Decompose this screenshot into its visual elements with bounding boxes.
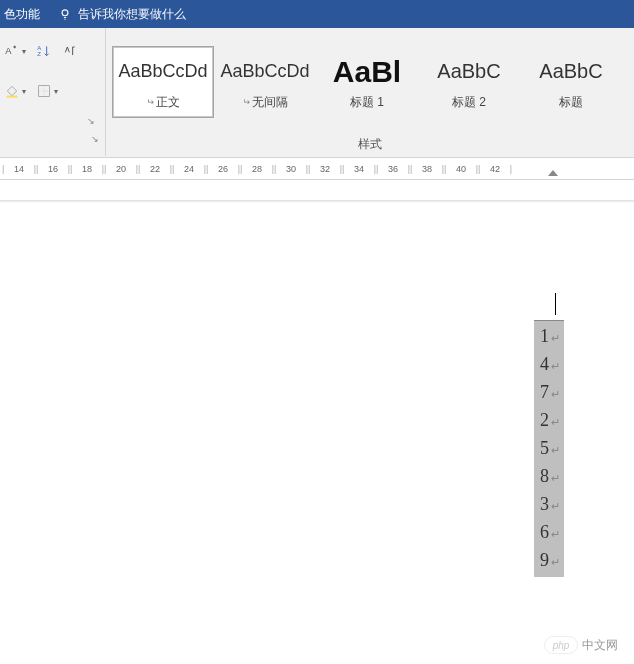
return-mark-icon: ↵: [551, 353, 560, 379]
styles-group-label: 样式: [106, 136, 634, 153]
style-preview: AaBbCcDd: [118, 54, 207, 90]
page-edge-shadow: [0, 200, 634, 203]
watermark-logo: php: [544, 636, 578, 654]
document-line[interactable]: 6↵: [540, 519, 560, 547]
document-line[interactable]: 4↵: [540, 351, 560, 379]
horizontal-ruler[interactable]: 141618202224262830323436384042: [0, 158, 634, 180]
ruler-mark: 40: [444, 164, 478, 174]
watermark: php 中文网: [544, 636, 618, 654]
chevron-down-icon: ▾: [22, 87, 26, 96]
return-mark-icon: ↵: [551, 325, 560, 351]
paragraph-tools: A ▾ AZ ▾ ▾ ↘: [0, 28, 106, 132]
paragraph-dialog-launcher[interactable]: ↘: [0, 116, 99, 130]
styles-gallery: AaBbCcDd↵正文AaBbCcDd↵无间隔AaBl标题 1AaBbC标题 2…: [106, 28, 634, 132]
watermark-text: 中文网: [582, 637, 618, 654]
ruler-mark: 14: [2, 164, 36, 174]
pilcrow-icon: ↵: [242, 97, 250, 107]
style-item-3[interactable]: AaBbC标题 2: [418, 46, 520, 118]
svg-text:A: A: [37, 45, 41, 51]
style-name: ↵无间隔: [242, 94, 288, 111]
sort-icon: AZ: [36, 43, 52, 59]
document-line[interactable]: 9↵: [540, 547, 560, 575]
ruler-mark: 24: [172, 164, 206, 174]
style-name: ↵正文: [146, 94, 180, 111]
ruler-mark: 26: [206, 164, 240, 174]
pilcrow-icon: ↵: [146, 97, 154, 107]
ruler-mark: 18: [70, 164, 104, 174]
chevron-down-icon: ▾: [54, 87, 58, 96]
ruler-mark: 34: [342, 164, 376, 174]
ruler-mark: 16: [36, 164, 70, 174]
document-line[interactable]: 8↵: [540, 463, 560, 491]
ribbon-tab-partial[interactable]: 色功能: [4, 6, 40, 23]
style-item-4[interactable]: AaBbC标题: [520, 46, 622, 118]
tell-me-placeholder: 告诉我你想要做什么: [78, 6, 186, 23]
shading-button[interactable]: ▾: [4, 83, 26, 99]
svg-rect-4: [7, 96, 18, 98]
paint-bucket-icon: [4, 83, 20, 99]
return-mark-icon: ↵: [551, 381, 560, 407]
ribbon: A ▾ AZ ▾ ▾ ↘: [0, 28, 634, 158]
style-preview: AaBbC: [437, 54, 500, 90]
style-preview: AaBbC: [539, 54, 602, 90]
ruler-mark: 36: [376, 164, 410, 174]
borders-icon: [36, 83, 52, 99]
document-line[interactable]: 7↵: [540, 379, 560, 407]
lightbulb-icon: [58, 7, 72, 21]
paragraph-dialog-launcher-2[interactable]: ↘: [0, 132, 106, 156]
return-mark-icon: ↵: [551, 521, 560, 547]
selected-text-block[interactable]: 1↵4↵7↵2↵5↵8↵3↵6↵9↵: [534, 320, 564, 577]
title-bar: 色功能 告诉我你想要做什么: [0, 0, 634, 28]
ruler-mark: 30: [274, 164, 308, 174]
character-scale-icon: A: [4, 43, 20, 59]
style-name: 标题 2: [452, 94, 486, 111]
sort-button[interactable]: AZ: [36, 43, 52, 59]
ruler-mark: 20: [104, 164, 138, 174]
ruler-mark: 42: [478, 164, 512, 174]
style-preview: AaBl: [333, 54, 401, 90]
return-mark-icon: ↵: [551, 465, 560, 491]
ruler-mark: 22: [138, 164, 172, 174]
style-preview: AaBbCcDd: [220, 54, 309, 90]
document-line[interactable]: 1↵: [540, 323, 560, 351]
tell-me-search[interactable]: 告诉我你想要做什么: [58, 6, 186, 23]
svg-text:A: A: [5, 46, 12, 56]
borders-button[interactable]: ▾: [36, 83, 58, 99]
svg-point-0: [62, 10, 68, 16]
right-indent-marker[interactable]: [548, 170, 558, 176]
svg-text:Z: Z: [37, 51, 41, 57]
text-cursor: [555, 293, 556, 315]
return-mark-icon: ↵: [551, 409, 560, 435]
style-item-1[interactable]: AaBbCcDd↵无间隔: [214, 46, 316, 118]
document-line[interactable]: 3↵: [540, 491, 560, 519]
return-mark-icon: ↵: [551, 549, 560, 575]
return-mark-icon: ↵: [551, 493, 560, 519]
font-button[interactable]: A ▾: [4, 43, 26, 59]
chevron-down-icon: ▾: [22, 47, 26, 56]
style-item-2[interactable]: AaBl标题 1: [316, 46, 418, 118]
ruler-mark: 32: [308, 164, 342, 174]
pilcrow-icon: [62, 43, 78, 59]
style-item-0[interactable]: AaBbCcDd↵正文: [112, 46, 214, 118]
return-mark-icon: ↵: [551, 437, 560, 463]
document-line[interactable]: 2↵: [540, 407, 560, 435]
document-area[interactable]: 1↵4↵7↵2↵5↵8↵3↵6↵9↵: [0, 180, 634, 660]
document-line[interactable]: 5↵: [540, 435, 560, 463]
style-name: 标题 1: [350, 94, 384, 111]
ruler-mark: 28: [240, 164, 274, 174]
ruler-mark: 38: [410, 164, 444, 174]
show-marks-button[interactable]: [62, 43, 78, 59]
style-name: 标题: [559, 94, 583, 111]
